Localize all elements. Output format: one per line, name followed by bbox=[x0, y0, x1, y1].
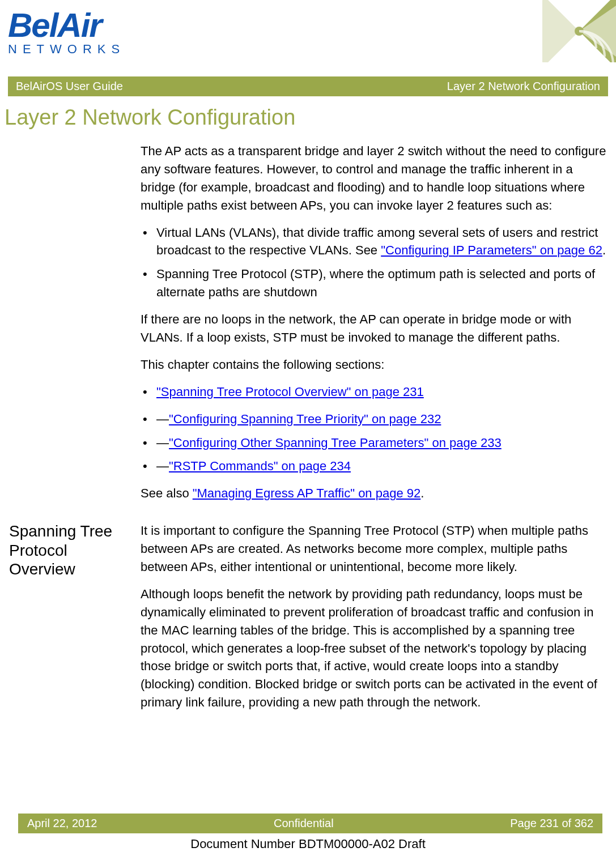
see-also-text: See also bbox=[141, 486, 193, 500]
list-item: —"RSTP Commands" on page 234 bbox=[141, 457, 607, 475]
fan-icon bbox=[542, 0, 616, 62]
paragraph: This chapter contains the following sect… bbox=[141, 356, 607, 374]
stp-overview-section: Spanning Tree Protocol Overview It is im… bbox=[0, 512, 616, 721]
intro-body: The AP acts as a transparent bridge and … bbox=[141, 142, 607, 512]
link-egress-traffic[interactable]: "Managing Egress AP Traffic" on page 92 bbox=[193, 486, 421, 500]
list-item: Virtual LANs (VLANs), that divide traffi… bbox=[141, 224, 607, 260]
footer-bar: April 22, 2012 Confidential Page 231 of … bbox=[18, 814, 602, 833]
guide-name: BelAirOS User Guide bbox=[16, 80, 123, 93]
stp-overview-body: It is important to configure the Spannin… bbox=[141, 522, 607, 721]
logo: BelAir NETWORKS bbox=[8, 10, 616, 57]
logo-name: BelAir bbox=[8, 10, 616, 41]
link-stp-priority[interactable]: "Configuring Spanning Tree Priority" on … bbox=[169, 412, 441, 426]
bullet-text: . bbox=[602, 243, 606, 257]
see-also-text: . bbox=[420, 486, 424, 500]
header: BelAir NETWORKS bbox=[0, 0, 616, 76]
side-heading-empty bbox=[9, 142, 141, 512]
link-configuring-ip[interactable]: "Configuring IP Parameters" on page 62 bbox=[381, 243, 602, 257]
list-item: —"Configuring Other Spanning Tree Parame… bbox=[141, 434, 607, 452]
link-rstp-commands[interactable]: "RSTP Commands" on page 234 bbox=[169, 459, 351, 473]
list-item: Spanning Tree Protocol (STP), where the … bbox=[141, 265, 607, 301]
footer-confidential: Confidential bbox=[274, 817, 334, 830]
list-item: —"Configuring Spanning Tree Priority" on… bbox=[141, 410, 607, 428]
logo-subtitle: NETWORKS bbox=[8, 42, 616, 57]
section-heading: Spanning Tree Protocol Overview bbox=[9, 522, 141, 721]
title-bar: BelAirOS User Guide Layer 2 Network Conf… bbox=[8, 76, 608, 96]
footer-date: April 22, 2012 bbox=[27, 817, 97, 830]
document-number: Document Number BDTM00000-A02 Draft bbox=[0, 837, 616, 851]
intro-section: The AP acts as a transparent bridge and … bbox=[0, 142, 616, 512]
footer-page: Page 231 of 362 bbox=[510, 817, 593, 830]
link-stp-params[interactable]: "Configuring Other Spanning Tree Paramet… bbox=[169, 436, 502, 450]
list-item: "Spanning Tree Protocol Overview" on pag… bbox=[141, 383, 607, 401]
link-stp-overview[interactable]: "Spanning Tree Protocol Overview" on pag… bbox=[156, 385, 424, 399]
paragraph: See also "Managing Egress AP Traffic" on… bbox=[141, 484, 607, 502]
chapter-name: Layer 2 Network Configuration bbox=[447, 80, 600, 93]
paragraph: Although loops benefit the network by pr… bbox=[141, 585, 607, 712]
page-title: Layer 2 Network Configuration bbox=[0, 96, 616, 142]
paragraph: It is important to configure the Spannin… bbox=[141, 522, 607, 576]
intro-paragraph: The AP acts as a transparent bridge and … bbox=[141, 142, 607, 215]
paragraph: If there are no loops in the network, th… bbox=[141, 310, 607, 347]
